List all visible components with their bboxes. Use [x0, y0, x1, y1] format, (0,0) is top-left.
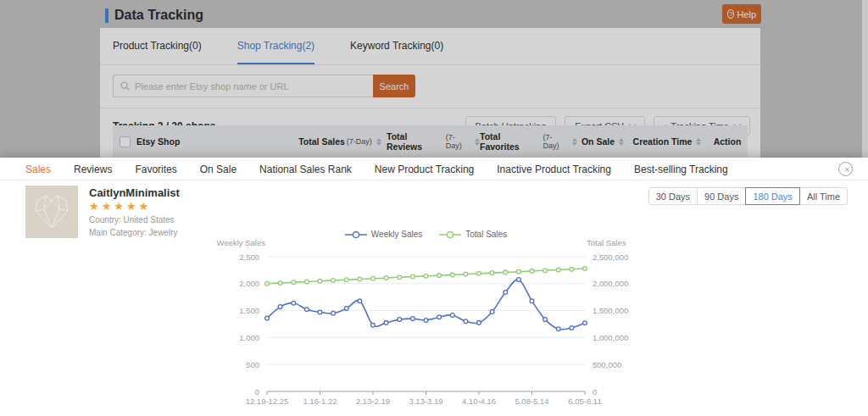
help-button[interactable]: ? Help — [722, 4, 761, 24]
column-label: Total Sales — [298, 136, 345, 147]
legend-total-sales[interactable]: Total Sales — [439, 230, 507, 239]
data-tracking-page: Data Tracking ? Help Product Tracking(0)… — [0, 0, 868, 158]
svg-text:500,000: 500,000 — [593, 360, 621, 369]
search-icon — [120, 81, 130, 91]
search-row: Please enter Etsy shop name or URL Searc… — [100, 65, 760, 108]
shop-search-input[interactable]: Please enter Etsy shop name or URL — [113, 75, 373, 97]
svg-text:Total Sales: Total Sales — [587, 238, 626, 247]
svg-text:1.16-1.22: 1.16-1.22 — [303, 397, 337, 406]
page-header: Data Tracking — [105, 5, 203, 25]
column-label: Total Favorites — [480, 131, 542, 152]
select-all-checkbox[interactable] — [120, 136, 131, 147]
title-accent-bar — [105, 8, 108, 23]
page-title: Data Tracking — [114, 8, 203, 23]
column-action: Action — [706, 136, 748, 147]
column-total-reviews[interactable]: Total Reviews (7-Day) — [387, 131, 480, 152]
sort-icon[interactable] — [619, 138, 624, 146]
shop-detail-panel: Sales Reviews Favorites On Sale National… — [0, 158, 868, 416]
question-circle-icon: ? — [727, 9, 734, 19]
legend-weekly-sales[interactable]: Weekly Sales — [345, 230, 422, 239]
svg-text:3.13-3.19: 3.13-3.19 — [409, 397, 442, 406]
column-suffix: (7-Day) — [543, 133, 568, 150]
svg-text:2.13-2.19: 2.13-2.19 — [356, 397, 390, 406]
page-scrollbar[interactable] — [862, 0, 868, 158]
legend-label: Weekly Sales — [371, 230, 422, 239]
svg-text:1,000,000: 1,000,000 — [593, 333, 628, 342]
svg-text:1,500: 1,500 — [239, 306, 259, 315]
search-button[interactable]: Search — [373, 75, 415, 97]
column-label: Creation Time — [633, 136, 693, 147]
help-label: Help — [737, 9, 756, 19]
column-on-sale[interactable]: On Sale — [577, 136, 628, 147]
range-180-days[interactable]: 180 Days — [745, 187, 799, 205]
column-total-favorites[interactable]: Total Favorites (7-Day) — [480, 131, 577, 152]
column-total-sales[interactable]: Total Sales (7-Day) — [293, 136, 387, 147]
tracking-card: Product Tracking(0) Shop Tracking(2) Key… — [100, 28, 760, 158]
legend-label: Total Sales — [465, 230, 507, 239]
tab-product-tracking[interactable]: Product Tracking(0) — [113, 40, 202, 64]
legend-line-marker-icon — [439, 230, 461, 239]
svg-text:0: 0 — [255, 387, 259, 397]
sort-icon[interactable] — [696, 138, 701, 146]
search-placeholder: Please enter Etsy shop name or URL — [135, 81, 289, 92]
svg-text:12.19-12.25: 12.19-12.25 — [246, 397, 289, 406]
svg-text:2,000,000: 2,000,000 — [593, 279, 628, 288]
table-header-row: Etsy Shop Total Sales (7-Day) Total Revi… — [113, 125, 748, 158]
column-suffix: (7-Day) — [347, 137, 372, 146]
sort-icon[interactable] — [376, 138, 381, 146]
tracking-tab-bar: Product Tracking(0) Shop Tracking(2) Key… — [100, 28, 760, 65]
column-creation-time[interactable]: Creation Time — [628, 136, 706, 147]
svg-text:500: 500 — [246, 360, 259, 369]
chart-legend: Weekly Sales Total Sales — [0, 230, 852, 239]
svg-text:0: 0 — [593, 387, 597, 397]
tab-shop-tracking[interactable]: Shop Tracking(2) — [237, 40, 314, 64]
column-label: Etsy Shop — [136, 136, 180, 147]
column-label: On Sale — [581, 136, 615, 147]
column-etsy-shop: Etsy Shop — [136, 136, 293, 147]
column-label: Action — [714, 136, 742, 147]
svg-text:Weekly Sales: Weekly Sales — [217, 238, 266, 247]
sales-chart: 2,5002,500,0002,0002,000,0001,5001,500,0… — [0, 158, 868, 416]
column-suffix: (7-Day) — [446, 133, 470, 150]
svg-text:1,000: 1,000 — [239, 333, 259, 342]
svg-text:2,500,000: 2,500,000 — [593, 252, 628, 262]
svg-text:4.10-4.16: 4.10-4.16 — [462, 397, 496, 406]
column-label: Total Reviews — [387, 131, 444, 152]
legend-line-marker-icon — [345, 230, 367, 239]
svg-text:2,000: 2,000 — [239, 279, 259, 288]
svg-text:6.05-6.11: 6.05-6.11 — [568, 397, 601, 406]
tab-keyword-tracking[interactable]: Keyword Tracking(0) — [350, 40, 443, 64]
svg-text:2,500: 2,500 — [239, 252, 259, 262]
svg-text:5.08-5.14: 5.08-5.14 — [515, 397, 548, 406]
svg-text:1,500,000: 1,500,000 — [593, 306, 628, 315]
